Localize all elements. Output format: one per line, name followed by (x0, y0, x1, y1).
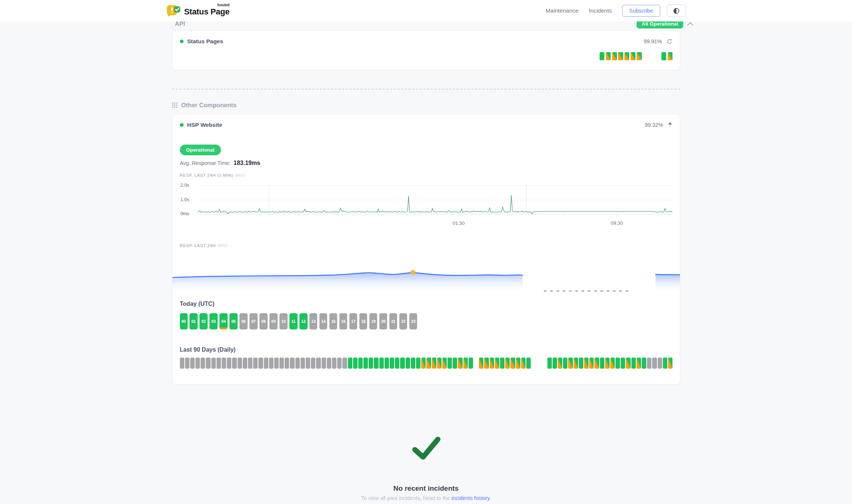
hour-block[interactable]: 14 (319, 313, 327, 329)
uptime-bar[interactable] (379, 358, 384, 369)
uptime-bar[interactable] (526, 52, 530, 60)
nav-incidents[interactable]: Incidents (589, 7, 612, 14)
uptime-bar[interactable] (290, 358, 294, 369)
hour-block[interactable]: 06 (239, 313, 247, 329)
uptime-bar[interactable] (433, 52, 438, 60)
uptime-bar[interactable] (238, 358, 242, 369)
uptime-bar[interactable] (532, 52, 537, 60)
uptime-bar[interactable] (253, 358, 258, 369)
uptime-bar[interactable] (507, 52, 512, 60)
hour-block[interactable]: 13 (309, 313, 317, 329)
uptime-bar[interactable] (652, 358, 657, 369)
uptime-bar[interactable] (501, 52, 506, 60)
uptime-bar[interactable] (605, 358, 610, 369)
uptime-bar[interactable] (647, 358, 651, 369)
uptime-bar[interactable] (526, 358, 531, 369)
uptime-bar[interactable] (519, 52, 524, 60)
incidents-history-link[interactable]: incidents history (452, 495, 490, 501)
uptime-bar[interactable] (550, 52, 555, 60)
uptime-bar[interactable] (618, 52, 623, 60)
uptime-bar[interactable] (291, 52, 296, 60)
hour-block[interactable]: 15 (329, 313, 337, 329)
uptime-bar[interactable] (637, 358, 641, 369)
uptime-bar[interactable] (479, 358, 483, 369)
uptime-bar[interactable] (353, 358, 358, 369)
uptime-bar[interactable] (621, 358, 625, 369)
uptime-bar[interactable] (390, 358, 394, 369)
uptime-bar[interactable] (445, 52, 450, 60)
response-area-chart[interactable] (172, 251, 680, 293)
uptime-bar[interactable] (266, 52, 271, 60)
uptime-bar[interactable] (285, 52, 289, 60)
nav-maintenance[interactable]: Maintenance (546, 7, 578, 14)
uptime-bar[interactable] (457, 52, 462, 60)
hour-block[interactable]: 21 (389, 313, 397, 329)
hour-block[interactable]: 17 (349, 313, 357, 329)
uptime-bar[interactable] (531, 358, 536, 369)
uptime-bar[interactable] (415, 52, 419, 60)
uptime-bar[interactable] (232, 358, 237, 369)
uptime-bar[interactable] (322, 52, 326, 60)
uptime-bar[interactable] (612, 52, 617, 60)
uptime-bar[interactable] (476, 52, 481, 60)
uptime-bar[interactable] (342, 358, 347, 369)
uptime-bar[interactable] (222, 358, 226, 369)
uptime-bar[interactable] (579, 358, 583, 369)
uptime-bar[interactable] (311, 358, 315, 369)
uptime-bar[interactable] (348, 358, 352, 369)
hour-block[interactable]: 11 (289, 313, 297, 329)
uptime-bar[interactable] (558, 358, 562, 369)
uptime-bar[interactable] (211, 52, 215, 60)
uptime-bar[interactable] (363, 358, 368, 369)
uptime-bar[interactable] (334, 52, 339, 60)
uptime-bar[interactable] (500, 358, 504, 369)
uptime-bar[interactable] (180, 52, 185, 60)
hour-block[interactable]: 19 (369, 313, 377, 329)
uptime-bar[interactable] (396, 52, 401, 60)
uptime-bar[interactable] (437, 358, 442, 369)
uptime-bar[interactable] (421, 358, 426, 369)
uptime-bar[interactable] (513, 52, 518, 60)
uptime-bar[interactable] (217, 52, 222, 60)
uptime-bar[interactable] (432, 358, 436, 369)
hour-block[interactable]: 22 (399, 313, 407, 329)
uptime-bar[interactable] (542, 358, 546, 369)
uptime-bar[interactable] (544, 52, 549, 60)
uptime-bar[interactable] (581, 52, 586, 60)
uptime-bar[interactable] (309, 52, 314, 60)
uptime-bar[interactable] (254, 52, 259, 60)
uptime-bar[interactable] (668, 358, 672, 369)
uptime-bar[interactable] (374, 358, 378, 369)
uptime-bar[interactable] (359, 52, 363, 60)
uptime-bar[interactable] (624, 52, 629, 60)
uptime-bar[interactable] (510, 358, 515, 369)
uptime-bar[interactable] (186, 52, 191, 60)
uptime-bar[interactable] (600, 52, 604, 60)
uptime-bar[interactable] (464, 52, 469, 60)
hour-block[interactable]: 04 (219, 313, 227, 329)
uptime-bar[interactable] (658, 358, 662, 369)
uptime-bar[interactable] (346, 52, 351, 60)
uptime-bar[interactable] (369, 358, 373, 369)
uptime-bar[interactable] (327, 358, 331, 369)
uptime-bar[interactable] (340, 52, 345, 60)
theme-toggle-button[interactable] (667, 4, 686, 17)
hour-block[interactable]: 18 (359, 313, 367, 329)
uptime-bar[interactable] (223, 52, 228, 60)
uptime-bar[interactable] (643, 52, 648, 60)
uptime-bar[interactable] (322, 358, 326, 369)
uptime-bar[interactable] (264, 358, 268, 369)
uptime-bar[interactable] (584, 358, 588, 369)
uptime-bar[interactable] (556, 52, 561, 60)
uptime-bar[interactable] (447, 358, 452, 369)
uptime-bar[interactable] (655, 52, 660, 60)
uptime-bar[interactable] (442, 358, 447, 369)
uptime-bar[interactable] (316, 52, 321, 60)
refresh-icon[interactable] (667, 38, 672, 44)
uptime-bar[interactable] (626, 358, 630, 369)
hour-block[interactable]: 09 (269, 313, 277, 329)
uptime-bar[interactable] (272, 52, 277, 60)
uptime-bar[interactable] (198, 52, 203, 60)
uptime-bar[interactable] (589, 358, 594, 369)
uptime-bar[interactable] (469, 358, 473, 369)
